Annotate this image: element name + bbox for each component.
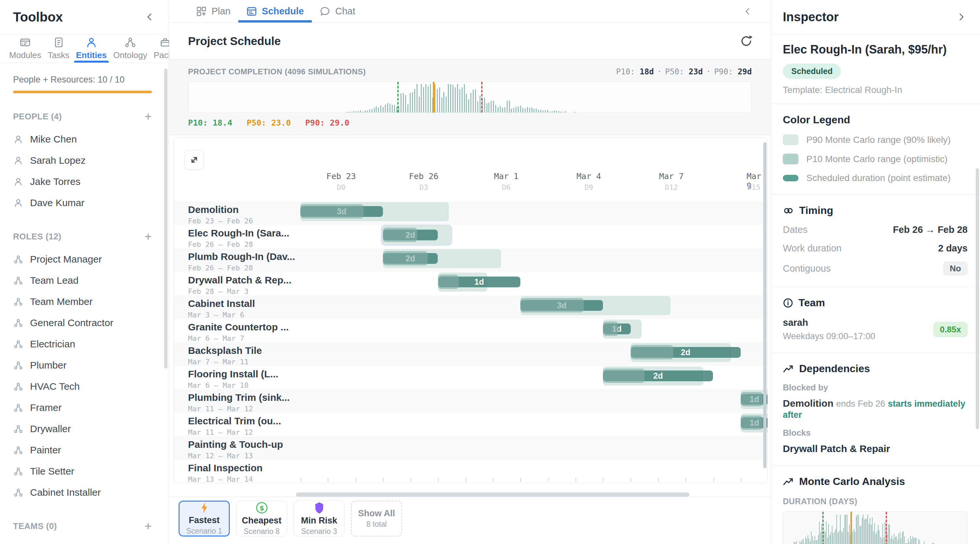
day-tick xyxy=(631,478,632,482)
toolbox-tab-tasks[interactable]: Tasks xyxy=(45,34,72,63)
toolbox-tab-modules[interactable]: Modules xyxy=(6,34,45,63)
blocks-task-link[interactable]: Drywall Patch & Repair xyxy=(783,443,890,454)
gantt-row-2[interactable]: 2dElec Rough-In (Sara...Feb 26 – Feb 28 xyxy=(174,225,767,248)
gantt-row-12[interactable]: 1dFinal InspectionMar 13 – Mar 14 xyxy=(174,460,767,483)
sidebar-item-drywaller[interactable]: Drywaller xyxy=(13,418,152,439)
p10-range-bar xyxy=(383,251,428,265)
gantt-expand-button[interactable] xyxy=(185,150,204,170)
sidebar-item-team-member[interactable]: Team Member xyxy=(13,291,152,312)
percentile-line xyxy=(886,512,887,544)
inspector-panel: Inspector Elec Rough-In (Sarah, $95/hr) … xyxy=(771,0,980,544)
color-legend-section: Color Legend P90 Monte Carlo range (90% … xyxy=(771,104,980,195)
tab-chat[interactable]: Chat xyxy=(312,0,363,22)
gantt-row-1[interactable]: 3dDemolitionFeb 23 – Feb 26 xyxy=(174,201,767,225)
center-collapse-icon[interactable] xyxy=(742,6,753,17)
sidebar-item-electrician[interactable]: Electrician xyxy=(13,333,152,355)
person-icon xyxy=(13,198,24,208)
gantt-row-4[interactable]: 1dDrywall Patch & Rep...Feb 28 – Mar 3 xyxy=(174,272,767,295)
add-teams-button[interactable]: + xyxy=(145,520,152,532)
gantt-row-9[interactable]: 1dPlumbing Trim (sink...Mar 11 – Mar 12 xyxy=(174,389,767,412)
sidebar-item-tile-setter[interactable]: Tile Setter xyxy=(13,460,152,482)
p10-range-bar xyxy=(603,368,644,383)
sidebar-item-hvac-tech[interactable]: HVAC Tech xyxy=(13,376,152,397)
day-tick xyxy=(355,478,356,482)
add-people-button[interactable]: + xyxy=(145,110,152,123)
task-date-range: Feb 26 – Feb 28 xyxy=(188,264,295,272)
sidebar-item-general-contractor[interactable]: General Contractor xyxy=(13,312,152,333)
gantt-row-8[interactable]: 2dFlooring Install (L...Mar 6 – Mar 10 xyxy=(174,366,767,389)
task-name: Backsplash Tile xyxy=(188,345,262,356)
sidebar-item-jake-torres[interactable]: Jake Torres xyxy=(13,171,152,192)
day-tick xyxy=(713,478,714,482)
gantt-row-10[interactable]: 1dElectrical Trim (ou...Mar 11 – Mar 12 xyxy=(174,412,767,436)
blocked-by-label: Blocked by xyxy=(783,382,967,393)
toolbox-tabbar: ModulesTasksEntitiesOntologyPacks xyxy=(0,34,169,63)
gantt-day-label: D6 xyxy=(502,183,511,192)
sidebar-item-framer[interactable]: Framer xyxy=(13,397,152,418)
gantt-row-6[interactable]: 1dGranite Countertop ...Mar 6 – Mar 7 xyxy=(174,319,767,342)
scenario-card-show-all[interactable]: Show All8 total xyxy=(351,501,402,536)
task-date-range: Mar 6 – Mar 7 xyxy=(188,334,289,343)
task-name: Flooring Install (L... xyxy=(188,368,278,380)
quota-label: People + Resources: 10 / 10 xyxy=(13,75,152,85)
p10-range-bar xyxy=(300,204,364,219)
toolbox-header: Toolbox xyxy=(0,0,169,34)
inspector-scrollbar[interactable] xyxy=(976,168,979,429)
refresh-icon[interactable] xyxy=(740,35,753,48)
blocked-by-task-link[interactable]: Demolition xyxy=(783,398,834,409)
sidebar-collapse-icon[interactable] xyxy=(144,11,155,22)
timing-row-dates: DatesFeb 26 → Feb 28 xyxy=(783,224,967,235)
modules-icon xyxy=(19,36,31,48)
team-heading: Team xyxy=(799,297,825,309)
task-date-range: Feb 23 – Feb 26 xyxy=(188,217,253,225)
day-tick xyxy=(576,478,576,482)
legend-item: P90 Monte Carlo range (90% likely) xyxy=(783,134,967,145)
percentile-line xyxy=(850,512,852,544)
timing-heading: Timing xyxy=(799,205,833,217)
sidebar-item-sarah-lopez[interactable]: Sarah Lopez xyxy=(13,150,152,171)
gantt-row-5[interactable]: 3dCabinet InstallMar 3 – Mar 6 xyxy=(174,295,767,319)
timing-row-work-duration: Work duration2 days xyxy=(783,243,967,254)
gantt-row-3[interactable]: 2dPlumb Rough-In (Dav...Feb 26 – Feb 28 xyxy=(174,248,767,272)
sidebar-item-project-manager[interactable]: Project Manager xyxy=(13,249,152,270)
add-roles-button[interactable]: + xyxy=(145,230,152,243)
sidebar-item-plumber[interactable]: Plumber xyxy=(13,355,152,376)
task-title: Elec Rough-In (Sarah, $95/hr) xyxy=(783,43,947,56)
gantt-horizontal-scrollbar[interactable] xyxy=(296,492,689,497)
view-tabbar: PlanScheduleChat xyxy=(169,0,771,23)
gantt-vertical-scrollbar[interactable] xyxy=(763,142,767,468)
sidebar-scrollbar[interactable] xyxy=(164,68,167,368)
tab-schedule[interactable]: Schedule xyxy=(238,0,312,22)
toolbox-title: Toolbox xyxy=(13,10,63,24)
monte-carlo-section: Monte Carlo Analysis DURATION (DAYS) P10… xyxy=(771,466,980,544)
gantt-row-7[interactable]: 2dBacksplash TileMar 7 – Mar 11 xyxy=(174,342,767,366)
team-member-schedule: Weekdays 09:00–17:00 xyxy=(783,331,875,341)
person-icon xyxy=(13,134,24,144)
sidebar-item-dave-kumar[interactable]: Dave Kumar xyxy=(13,192,152,213)
percentile-label: P90: 29.0 xyxy=(305,118,349,127)
task-name: Final Inspection xyxy=(188,463,262,474)
task-name: Painting & Touch-up xyxy=(188,439,283,450)
inspector-collapse-icon[interactable] xyxy=(956,11,967,22)
sidebar-item-mike-chen[interactable]: Mike Chen xyxy=(13,128,152,150)
scenario-card-cheapest[interactable]: $CheapestScenario 8 xyxy=(236,501,287,536)
toolbox-body: People + Resources: 10 / 10 PEOPLE (4)+M… xyxy=(0,63,169,544)
legend-heading: Color Legend xyxy=(783,114,850,126)
toolbox-tab-entities[interactable]: Entities xyxy=(73,34,110,63)
project-completion-panel: PROJECT COMPLETION (4096 SIMULATIONS) P1… xyxy=(169,59,771,135)
sidebar-item-team-lead[interactable]: Team Lead xyxy=(13,270,152,291)
gantt-day-label: D3 xyxy=(420,183,428,192)
toolbox-tab-ontology[interactable]: Ontology xyxy=(110,34,151,63)
p10-range-bar xyxy=(741,392,763,406)
team-member-name: sarah xyxy=(783,317,875,328)
scenario-card-fastest[interactable]: FastestScenario 1 xyxy=(178,501,230,536)
gantt-date-label: Mar 1 xyxy=(494,171,519,181)
task-name: Cabinet Install xyxy=(188,298,255,309)
gantt-row-11[interactable]: 1dPainting & Touch-upMar 12 – Mar 13 xyxy=(174,436,767,460)
scenario-card-min-risk[interactable]: Min RiskScenario 3 xyxy=(293,501,345,536)
role-icon xyxy=(13,360,24,371)
tab-plan[interactable]: Plan xyxy=(188,0,238,22)
gantt-day-label: D9 xyxy=(584,183,593,192)
sidebar-item-cabinet-installer[interactable]: Cabinet Installer xyxy=(13,482,152,503)
sidebar-item-painter[interactable]: Painter xyxy=(13,439,152,460)
